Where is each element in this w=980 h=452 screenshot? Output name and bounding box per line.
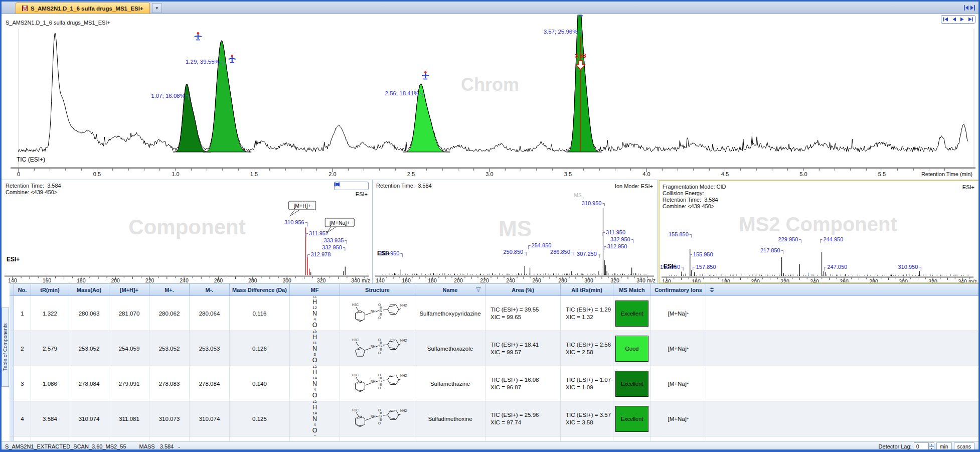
structure-cell: H3CNHSOONH2 (340, 296, 415, 331)
component-marker-icon[interactable] (422, 71, 429, 79)
chrom-watermark: Chrom (461, 74, 519, 95)
no-cell: 4 (14, 401, 31, 436)
chrom-peak-label: 2.56; 18.41% (385, 90, 419, 96)
tab-title: S_AMS2N1.D_1_6 sulfa drugs_MS1_ESI+ (31, 6, 143, 12)
axis-tick-label: 140 (376, 277, 385, 283)
label-elbow (305, 223, 307, 227)
svg-text:S: S (379, 379, 382, 383)
unit-scans-button[interactable]: scans (954, 442, 974, 450)
detector-lag-input[interactable]: 0 (914, 442, 929, 450)
column-header-mass-difference-da[interactable]: Mass Difference (Da) (230, 284, 290, 295)
svg-text:NH: NH (371, 310, 376, 313)
all-trs-cell: TIC (ESI+) = 2.56XIC = 2.58 (561, 331, 613, 366)
column-header-ms-match[interactable]: MS Match (613, 284, 651, 295)
structure-cell: H3CNHSOONH2 (340, 366, 415, 401)
chrom-peak-fill[interactable] (203, 41, 251, 152)
mass-cell: 278.084 (69, 366, 109, 401)
mass-peak-label: 217.850 (760, 247, 780, 253)
mass-cell: 253.052 (69, 331, 109, 366)
mass-peak-label: 307.250 (577, 251, 597, 257)
confirmatory-ions-cell: [M+Na]+ (651, 366, 706, 401)
column-header-all-trs-min[interactable]: All tRs(min) (561, 284, 613, 295)
unit-min-button[interactable]: min (936, 442, 952, 450)
column-header-mf[interactable]: MF (290, 284, 340, 295)
column-header-area[interactable]: Area (%) (485, 284, 561, 295)
svg-text:S: S (379, 414, 382, 418)
label-elbow (400, 254, 402, 257)
area-cell: TIC (ESI+) = 16.08XIC = 96.87 (485, 366, 561, 401)
axis-tick-label: 160 (43, 277, 52, 283)
status-mass-value: 3.584 (160, 443, 174, 449)
spin-up-button[interactable]: ▲ (929, 442, 934, 446)
column-header-name[interactable]: Name (415, 284, 485, 295)
ms-match-badge: Excellent (615, 406, 648, 432)
chrom-peak-fill[interactable] (566, 15, 601, 152)
svg-text:H3C: H3C (352, 338, 359, 342)
row-selector[interactable] (10, 331, 14, 366)
svg-text:NH2: NH2 (400, 409, 407, 412)
mass-peak-label: 155.850 (669, 231, 689, 237)
ms2-spectrum-panel[interactable]: Fragmentation Mode: CIDCollision Energy:… (659, 180, 979, 283)
label-elbow (343, 248, 345, 251)
row-selector[interactable] (10, 366, 14, 401)
tab-strip: S_AMS2N1.D_1_6 sulfa drugs_MS1_ESI+ ▼ (2, 2, 978, 14)
column-header-mass-ao[interactable]: Mass(Ao) (69, 284, 109, 295)
label-elbow (308, 255, 310, 258)
column-header-m-h[interactable]: [M+H]+ (109, 284, 149, 295)
mm-cell: 310.074 (190, 401, 230, 436)
mass-peak-label: 332.950 (610, 236, 630, 242)
axis-tick-label: 280 (248, 277, 257, 283)
table-row[interactable]: 22.579253.052254.059253.052253.0530.126C… (10, 331, 978, 366)
ms-spectrum-panel[interactable]: Retention Time: 3.584Ion Mode: ESI+MSMSn… (373, 180, 657, 283)
axis-tick-label: 180 (77, 277, 86, 283)
component-spectrum-panel[interactable]: Retention Time: 3.584Combine: <439-450>E… (3, 180, 372, 283)
tab-dropdown-button[interactable]: ▼ (152, 3, 162, 13)
column-header-structure[interactable]: Structure (340, 284, 415, 295)
spin-down-button[interactable]: ▼ (929, 446, 934, 450)
fit-width-icon[interactable] (963, 4, 975, 13)
label-elbow (781, 251, 783, 254)
document-tab[interactable]: S_AMS2N1.D_1_6 sulfa drugs_MS1_ESI+ (16, 3, 150, 14)
label-elbow (821, 240, 823, 243)
row-selector[interactable] (10, 401, 14, 436)
chrom-peak-label: 1.07; 16.08% (151, 93, 185, 99)
label-elbow (524, 252, 526, 256)
axis-tick-label: 3.0 (485, 171, 493, 177)
table-of-components-tab[interactable]: Table of Components (2, 308, 9, 387)
structure-image: H3CNHSOONH2 (348, 334, 407, 363)
chrom-peak-label: 3.57; 25.96% (544, 29, 578, 35)
table-row[interactable]: 43.584310.074311.081310.073310.0740.125C… (10, 401, 978, 436)
column-header-no[interactable]: No. (14, 284, 31, 295)
all-trs-cell: TIC (ESI+) = 1.07XIC = 1.09 (561, 366, 613, 401)
label-elbow (824, 267, 826, 271)
mass-peak-label: 157.850 (696, 264, 716, 270)
axis-tick-label: 180 (721, 278, 730, 282)
mass-peak-label: 244.950 (824, 236, 844, 242)
column-picker-icon[interactable] (706, 284, 717, 295)
row-selector[interactable] (10, 296, 14, 331)
axis-tick-label: 240 (180, 277, 189, 283)
component-marker-icon[interactable] (195, 32, 202, 40)
table-row[interactable]: 31.086278.084279.091278.083278.0840.140C… (10, 366, 978, 401)
column-header-tr-min[interactable]: tR(min) (31, 284, 69, 295)
table-row[interactable]: 11.322280.063281.070280.062280.0640.116C… (10, 296, 978, 331)
component-marker-icon[interactable] (229, 55, 236, 63)
svg-text:O: O (378, 351, 381, 355)
structure-image: H3CNHSOONH2 (348, 404, 407, 433)
column-header-confirmatory-ions[interactable]: Confirmatory Ions (651, 284, 706, 295)
trace-label: TIC (ESI+) (17, 156, 45, 163)
x-axis-title: Retention Time (min) (921, 171, 972, 177)
chrom-peak-label: 1.29; 39.55% (186, 59, 220, 65)
filter-funnel-icon[interactable] (476, 287, 481, 292)
mass-peak-label: 333.935 (323, 237, 344, 243)
mass-peak-label: 312.950 (607, 243, 627, 249)
mass-peak-label: 229.950 (778, 236, 798, 242)
chromatogram[interactable]: Chrom00.51.01.52.02.53.03.54.04.55.05.5R… (2, 15, 978, 180)
molecular-formula-cell: C12H14N4O4S (290, 401, 340, 436)
column-header-m[interactable]: M-. (190, 284, 230, 295)
column-header-m[interactable]: M+. (149, 284, 190, 295)
mp-cell: 278.083 (149, 366, 190, 401)
mass-peak-label: 332.950 (322, 244, 342, 250)
mz-axis-title: m/z (968, 278, 976, 282)
structure-cell: H3CNHSOONH2 (340, 331, 415, 366)
